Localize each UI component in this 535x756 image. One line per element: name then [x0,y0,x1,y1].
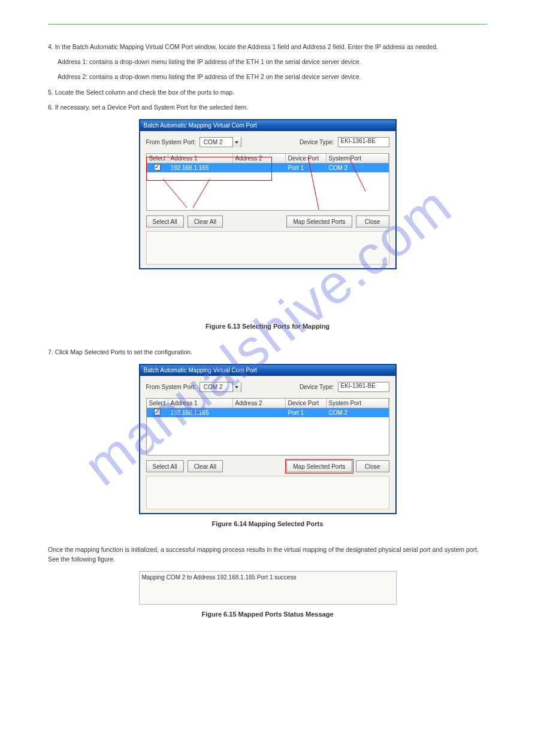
figure-caption-1: Figure 6.13 Selecting Ports for Mapping [48,323,487,330]
grid-header-2: Select Address 1 Address 2 Device Port S… [147,399,389,408]
map-selected-ports-button-2[interactable]: Map Selected Ports [286,460,352,472]
table-row[interactable]: 192.168.1.165 Port 1 COM 2 [147,163,389,172]
close-button[interactable]: Close [356,215,389,227]
chevron-down-icon [235,386,238,388]
status-area [146,231,389,265]
row-system-port-2: COM 2 [327,409,389,416]
clear-all-button-2[interactable]: Clear All [188,460,223,472]
col-device-port-2[interactable]: Device Port [286,399,327,408]
status-message-text: Mapping COM 2 to Address 192.168.1.165 P… [142,574,297,581]
dialog-2-title: Batch Automatic Mapping Virtual Com Port [140,365,395,376]
dialog-1: Batch Automatic Mapping Virtual Com Port… [139,119,397,269]
row-checkbox-2[interactable] [154,409,161,415]
col-select-2[interactable]: Select [147,399,168,408]
row-address1-2: 192.168.1.165 [168,409,233,416]
device-type-label: Device Type: [300,139,334,145]
row-system-port: COM 2 [327,165,389,171]
table-row-2[interactable]: 192.168.1.165 Port 1 COM 2 [147,408,389,417]
device-type-field-2: EKI-1361-BE [338,382,389,392]
step-4-text: 4. In the Batch Automatic Mapping Virtua… [48,42,487,51]
figure-caption-2: Figure 6.14 Mapping Selected Ports [48,520,487,527]
col-device-port[interactable]: Device Port [286,154,327,163]
step-7-text: 7. Click Map Selected Ports to set the c… [48,348,487,357]
dialog-1-title: Batch Automatic Mapping Virtual Com Port [140,120,395,131]
row-device-port: Port 1 [286,165,327,171]
status-area-2 [146,476,389,509]
col-address2[interactable]: Address 2 [233,154,286,163]
select-all-button[interactable]: Select All [146,215,184,227]
row-checkbox[interactable] [154,164,161,171]
col-address2-2[interactable]: Address 2 [233,399,286,408]
status-message-box: Mapping COM 2 to Address 192.168.1.165 P… [139,571,397,605]
address1-note: Address 1: contains a drop-down menu lis… [58,57,487,66]
from-system-port-value: COM 2 [200,139,232,145]
row-address1: 192.168.1.165 [168,165,233,171]
address2-note: Address 2: contains a drop-down menu lis… [58,72,487,81]
from-system-port-value-2: COM 2 [200,384,232,390]
port-grid-2: Select Address 1 Address 2 Device Port S… [146,398,389,456]
figure-caption-3: Figure 6.15 Mapped Ports Status Message [48,611,487,618]
step-6-text: 6. If necessary, set a Device Port and S… [48,103,487,112]
combo-dropdown-button[interactable] [232,137,241,147]
device-type-label-2: Device Type: [300,384,334,390]
col-address1[interactable]: Address 1 [168,154,233,163]
col-system-port[interactable]: System Port [327,154,389,163]
col-address1-2[interactable]: Address 1 [168,399,233,408]
from-system-port-label: From System Port: [146,139,196,145]
combo-dropdown-button-2[interactable] [232,382,241,392]
row-device-port-2: Port 1 [286,409,327,416]
select-all-button-2[interactable]: Select All [146,460,184,472]
from-system-port-combo-2[interactable]: COM 2 [200,382,241,392]
grid-header: Select Address 1 Address 2 Device Port S… [147,154,389,163]
step-5-text: 5. Locate the Select column and check th… [48,88,487,97]
col-select[interactable]: Select [147,154,168,163]
device-type-field: EKI-1361-BE [338,137,389,147]
from-system-port-combo[interactable]: COM 2 [200,137,241,147]
map-selected-ports-button[interactable]: Map Selected Ports [286,215,352,227]
from-system-port-label-2: From System Port: [146,384,196,390]
dialog-2: Batch Automatic Mapping Virtual Com Port… [139,364,397,514]
close-button-2[interactable]: Close [356,460,389,472]
clear-all-button[interactable]: Clear All [188,215,223,227]
col-system-port-2[interactable]: System Port [327,399,389,408]
chevron-down-icon [235,141,238,144]
header-rule [48,24,487,25]
step-7b-text: Once the mapping function is initialized… [48,545,487,563]
port-grid: Select Address 1 Address 2 Device Port S… [146,153,389,211]
